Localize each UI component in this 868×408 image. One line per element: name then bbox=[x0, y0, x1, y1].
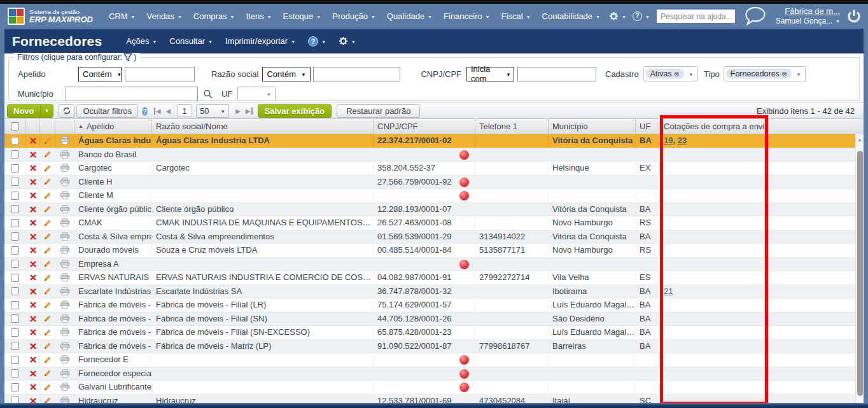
delete-row-icon[interactable] bbox=[30, 206, 36, 213]
row-checkbox[interactable] bbox=[11, 137, 19, 145]
delete-row-icon[interactable] bbox=[30, 288, 36, 295]
table-row[interactable]: Fornecedor especial bbox=[4, 367, 855, 381]
table-row[interactable]: Fornecedor E bbox=[4, 353, 855, 367]
edit-pencil-icon[interactable] bbox=[43, 178, 52, 186]
column-header-apelido[interactable]: ▲Apelido bbox=[74, 119, 152, 134]
row-checkbox[interactable] bbox=[11, 192, 19, 200]
novo-dropdown-arrow[interactable]: ▼ bbox=[40, 105, 53, 117]
edit-pencil-icon[interactable] bbox=[43, 192, 52, 200]
table-row[interactable]: Cliente órgão público Cliente órgão públ… bbox=[4, 203, 855, 217]
delete-row-icon[interactable] bbox=[30, 329, 36, 335]
power-icon[interactable] bbox=[846, 9, 862, 24]
user-menu[interactable]: Samuel Gonça...▼ bbox=[776, 17, 840, 26]
table-row[interactable]: Fábrica de móveis - Filial (SN) Fábrica … bbox=[4, 313, 855, 327]
delete-row-icon[interactable] bbox=[30, 247, 36, 253]
edit-pencil-icon[interactable] bbox=[43, 397, 52, 403]
print-icon[interactable] bbox=[60, 314, 70, 323]
edit-pencil-icon[interactable] bbox=[43, 219, 52, 227]
column-header-cotacoes[interactable]: Cotações de compra a enviar bbox=[660, 119, 768, 134]
table-row[interactable]: Hidraucruz Hidraucruz 12.533.781/0001-69… bbox=[4, 395, 855, 404]
row-checkbox[interactable] bbox=[11, 397, 19, 403]
cnpj-operator-select[interactable]: Inicia com▼ bbox=[466, 67, 514, 81]
edit-pencil-icon[interactable] bbox=[43, 164, 52, 172]
print-icon[interactable] bbox=[60, 178, 70, 186]
column-header-razao-social[interactable]: Razão social/Nome bbox=[152, 119, 374, 134]
print-icon[interactable] bbox=[60, 369, 70, 378]
print-icon[interactable] bbox=[60, 342, 70, 351]
delete-row-icon[interactable] bbox=[30, 220, 36, 226]
table-row[interactable]: CMAK CMAK INDUSTRIA DE MAQUINAS E EQUIPA… bbox=[4, 216, 855, 230]
select-all-checkbox[interactable] bbox=[4, 119, 26, 134]
delete-row-icon[interactable] bbox=[30, 234, 36, 240]
table-row[interactable]: Cargotec Cargotec 358.204.552-37 Helsinq… bbox=[4, 162, 855, 176]
print-icon[interactable] bbox=[60, 287, 70, 296]
restaurar-padrao-button[interactable]: Restaurar padrão bbox=[337, 104, 420, 118]
menu-producao[interactable]: Produção▼ bbox=[326, 11, 381, 21]
razao-filter-input[interactable] bbox=[313, 67, 400, 81]
delete-row-icon[interactable] bbox=[30, 165, 36, 171]
table-row[interactable]: Galvani Lubrificantes bbox=[4, 381, 855, 395]
tipo-filter-combo[interactable]: Fornecedores⊗ ▼ bbox=[724, 66, 806, 81]
print-icon[interactable] bbox=[60, 246, 70, 255]
menu-financeiro[interactable]: Financeiro▼ bbox=[438, 11, 496, 21]
row-checkbox[interactable] bbox=[11, 383, 19, 391]
print-icon[interactable] bbox=[60, 150, 70, 159]
row-checkbox[interactable] bbox=[11, 301, 19, 309]
row-checkbox[interactable] bbox=[11, 356, 19, 364]
row-checkbox[interactable] bbox=[11, 246, 19, 255]
row-checkbox[interactable] bbox=[11, 178, 19, 186]
table-row[interactable]: Banco do Brasil bbox=[4, 148, 855, 162]
print-icon[interactable] bbox=[60, 273, 70, 282]
delete-row-icon[interactable] bbox=[30, 356, 36, 363]
delete-row-icon[interactable] bbox=[30, 316, 36, 322]
edit-pencil-icon[interactable] bbox=[43, 246, 52, 255]
delete-row-icon[interactable] bbox=[30, 384, 36, 390]
filters-legend[interactable]: Filtros (clique para configurar: ) bbox=[14, 53, 140, 62]
menu-consultar[interactable]: Consultar▼ bbox=[163, 36, 219, 46]
uf-filter-select[interactable]: ▼ bbox=[237, 87, 276, 101]
row-checkbox[interactable] bbox=[11, 150, 19, 158]
remove-chip-icon[interactable]: ⊗ bbox=[674, 70, 680, 78]
scroll-up-arrow-icon[interactable]: ▲ bbox=[856, 137, 864, 143]
cotacao-link[interactable]: 19 bbox=[664, 136, 673, 145]
edit-pencil-icon[interactable] bbox=[43, 260, 52, 268]
delete-row-icon[interactable] bbox=[30, 370, 36, 377]
salvar-exibicao-button[interactable]: Salvar exibição bbox=[258, 104, 332, 118]
apelido-filter-input[interactable] bbox=[125, 67, 195, 81]
delete-row-icon[interactable] bbox=[30, 192, 36, 199]
edit-pencil-icon[interactable] bbox=[43, 356, 52, 364]
row-checkbox[interactable] bbox=[11, 274, 19, 282]
delete-row-icon[interactable] bbox=[30, 343, 36, 349]
edit-pencil-icon[interactable] bbox=[43, 369, 52, 377]
delete-row-icon[interactable] bbox=[30, 302, 36, 308]
print-icon[interactable] bbox=[60, 191, 70, 200]
print-icon[interactable] bbox=[60, 218, 70, 227]
menu-contabilidade[interactable]: Contabilidade▼ bbox=[536, 11, 606, 21]
novo-button[interactable]: Novo ▼ bbox=[7, 104, 53, 118]
print-icon[interactable] bbox=[60, 260, 70, 269]
page-size-select[interactable]: 50▼ bbox=[196, 104, 229, 118]
row-checkbox[interactable] bbox=[11, 287, 19, 295]
edit-pencil-icon[interactable] bbox=[43, 301, 52, 309]
refresh-button[interactable] bbox=[59, 104, 75, 118]
row-checkbox[interactable] bbox=[11, 219, 19, 227]
edit-pencil-icon[interactable] bbox=[43, 287, 52, 295]
row-checkbox[interactable] bbox=[11, 314, 19, 323]
help-search-input[interactable] bbox=[657, 10, 735, 23]
page-number-input[interactable] bbox=[177, 104, 192, 117]
row-checkbox[interactable] bbox=[11, 205, 19, 213]
prev-page-button[interactable]: ◀ bbox=[163, 108, 173, 115]
toolbar-help[interactable]: ? bbox=[142, 106, 148, 116]
last-page-button[interactable]: ▶ bbox=[243, 108, 253, 115]
menu-crm[interactable]: CRM▼ bbox=[103, 11, 141, 21]
cadastro-filter-combo[interactable]: Ativas⊗ ▼ bbox=[643, 66, 698, 81]
menu-imprimir-exportar[interactable]: Imprimir/exportar▼ bbox=[219, 36, 302, 46]
column-header-telefone[interactable]: Telefone 1 bbox=[475, 119, 549, 134]
delete-row-icon[interactable] bbox=[30, 261, 36, 267]
edit-pencil-icon[interactable] bbox=[43, 342, 52, 350]
table-row[interactable]: Fábrica de móveis - Filial (LR) Fábrica … bbox=[4, 299, 855, 313]
table-row[interactable]: Cliente M bbox=[4, 189, 855, 203]
first-page-button[interactable]: ◀ bbox=[154, 108, 164, 115]
column-header-uf[interactable]: UF bbox=[636, 119, 660, 134]
print-icon[interactable] bbox=[60, 383, 70, 391]
